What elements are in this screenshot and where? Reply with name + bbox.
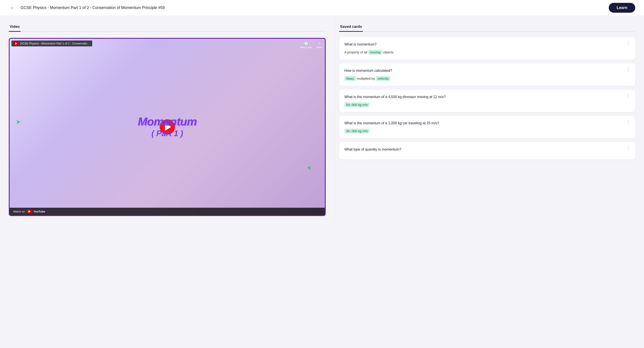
card-1-answer: A property of all moving objects	[344, 50, 630, 55]
video-controls-top: 🕐 Watch later ↗ Share	[300, 41, 322, 48]
card-1-question: What is momentum?	[344, 42, 630, 47]
flash-card-2: ⋮ How is momentum calculated? Mass multi…	[339, 63, 635, 86]
video-background: GCSE Physics - Momentum Part 1 of 2 - Co…	[10, 39, 325, 215]
header: ← GCSE Physics - Momentum Part 1 of 2 - …	[0, 0, 644, 16]
watch-later-group[interactable]: 🕐 Watch later	[300, 41, 312, 48]
flash-card-4: ⋮ What is the momentum of a 1,200 kg car…	[339, 116, 635, 139]
card-1-highlight-moving: moving	[368, 50, 382, 54]
page-title: GCSE Physics - Momentum Part 1 of 2 - Co…	[20, 5, 165, 10]
back-button[interactable]: ←	[9, 4, 16, 12]
tab-saved-cards[interactable]: Saved cards	[339, 22, 363, 32]
card-5-question: What type of quantity is momentum?	[344, 147, 630, 152]
card-3-menu-button[interactable]: ⋮	[625, 93, 632, 98]
card-3-answer: 54, 000 kg m/s	[344, 102, 630, 107]
tab-video[interactable]: Video	[9, 22, 20, 32]
clock-icon: 🕐	[304, 41, 308, 45]
youtube-red-icon	[27, 209, 32, 213]
flash-card-5: ⋮ What type of quantity is momentum?	[339, 142, 635, 160]
video-container[interactable]: GCSE Physics - Momentum Part 1 of 2 - Co…	[9, 38, 326, 216]
card-1-menu-button[interactable]: ⋮	[625, 40, 632, 46]
video-title-overlay: GCSE Physics - Momentum Part 1 of 2 - Co…	[12, 40, 92, 46]
watch-on-bar: Watch on YouTube	[10, 208, 325, 215]
card-4-highlight-answer: 30, 000 kg m/s	[344, 129, 369, 133]
saved-cards-tab-bar: Saved cards	[339, 22, 635, 32]
momentum-text: Momentum	[138, 116, 197, 127]
card-4-answer: 30, 000 kg m/s	[344, 128, 630, 134]
learn-button[interactable]: Learn	[609, 3, 635, 13]
youtube-text: YouTube	[33, 210, 45, 213]
card-3-question: What is the momentum of a 4,500 kg dinos…	[344, 94, 630, 100]
flash-card-1: ⋮ What is momentum? A property of all mo…	[339, 37, 635, 60]
back-icon: ←	[10, 5, 15, 11]
card-2-question: How is momentum calculated?	[344, 68, 630, 73]
card-2-menu-button[interactable]: ⋮	[625, 67, 632, 72]
left-panel: Video GCSE Physics - Momentum Part 1 of …	[9, 16, 334, 223]
part1-text: ( Part 1 )	[152, 129, 183, 138]
deco-arrow-right: ➤	[16, 118, 21, 125]
youtube-logo-small	[14, 42, 18, 45]
card-2-highlight-mass: Mass	[344, 76, 356, 81]
youtube-logo-full: YouTube	[27, 209, 45, 213]
card-2-answer: Mass multiplied by velocity	[344, 76, 630, 81]
video-title-text: GCSE Physics - Momentum Part 1 of 2 - Co…	[20, 42, 90, 45]
share-label: Share	[316, 46, 322, 48]
watch-later-label: Watch later	[300, 46, 312, 48]
flash-card-3: ⋮ What is the momentum of a 4,500 kg din…	[339, 89, 635, 112]
card-3-highlight-answer: 54, 000 kg m/s	[344, 102, 369, 107]
header-left: ← GCSE Physics - Momentum Part 1 of 2 - …	[9, 4, 165, 12]
share-group[interactable]: ↗ Share	[316, 41, 322, 48]
tab-bar-video: Video	[9, 22, 326, 32]
card-2-highlight-velocity: velocity	[376, 76, 390, 81]
cards-list: ⋮ What is momentum? A property of all mo…	[339, 37, 635, 160]
watch-on-text: Watch on	[13, 210, 25, 213]
card-4-question: What is the momentum of a 1,200 kg car t…	[344, 121, 630, 126]
main-container: Video GCSE Physics - Momentum Part 1 of …	[0, 16, 644, 223]
card-4-menu-button[interactable]: ⋮	[625, 119, 632, 125]
right-panel: Saved cards ⋮ What is momentum? A proper…	[334, 16, 635, 223]
share-icon: ↗	[318, 41, 320, 45]
deco-arrow-left: ➤	[307, 164, 312, 171]
card-5-menu-button[interactable]: ⋮	[625, 146, 632, 151]
